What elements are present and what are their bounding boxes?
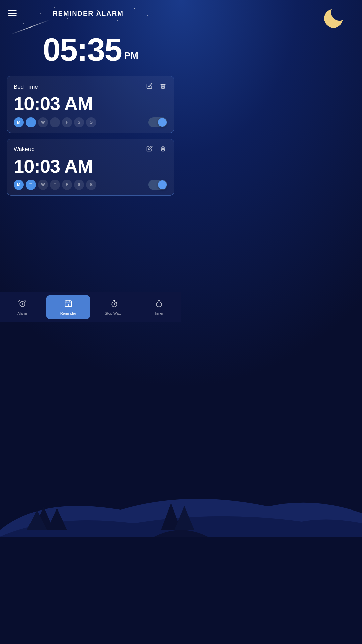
alarm-1-label: Bed Time: [14, 84, 38, 90]
card-2-header: Wakeup: [14, 144, 167, 155]
alarm-1-delete-button[interactable]: [159, 82, 167, 92]
timer-icon: 2: [155, 299, 163, 310]
svg-text:2: 2: [160, 300, 162, 302]
bottom-nav: Alarm Reminder: [0, 292, 181, 322]
alarm-2-day-S2[interactable]: S: [86, 180, 96, 190]
alarm-1-toggle[interactable]: [148, 117, 167, 127]
alarm-1-time: 10:03 AM: [14, 93, 167, 114]
alarm-card-1: Bed Time: [7, 76, 174, 133]
alarm-2-day-W[interactable]: W: [38, 180, 48, 190]
card-2-actions: [145, 144, 167, 155]
header: REMINDER ALARM: [0, 0, 181, 23]
svg-line-17: [116, 302, 117, 302]
alarm-1-toggle-thumb: [158, 118, 167, 127]
nav-item-reminder[interactable]: Reminder: [46, 295, 90, 319]
alarm-2-time: 10:03 AM: [14, 156, 167, 177]
alarm-2-day-F[interactable]: F: [62, 180, 72, 190]
stopwatch-icon: [110, 299, 119, 310]
nav-item-stopwatch[interactable]: Stop Watch: [92, 292, 136, 322]
card-1-actions: [145, 82, 167, 92]
alarm-1-day-S1[interactable]: S: [74, 117, 84, 127]
app-title: REMINDER ALARM: [53, 10, 124, 17]
alarm-1-day-T[interactable]: T: [26, 117, 36, 127]
timer-nav-label: Timer: [154, 311, 164, 315]
stopwatch-nav-label: Stop Watch: [105, 311, 123, 315]
alarm-2-delete-button[interactable]: [159, 144, 167, 155]
alarm-2-day-T[interactable]: T: [26, 180, 36, 190]
alarm-1-edit-button[interactable]: [145, 82, 154, 92]
alarm-1-day-W[interactable]: W: [38, 117, 48, 127]
alarm-cards-container: Bed Time: [0, 72, 181, 292]
card-1-header: Bed Time: [14, 82, 167, 92]
alarm-nav-label: Alarm: [17, 311, 27, 315]
alarm-1-days: M T W T F S S: [14, 117, 96, 127]
card-2-footer: M T W T F S S: [14, 180, 167, 190]
alarm-1-day-F[interactable]: F: [62, 117, 72, 127]
reminder-icon: [64, 299, 73, 310]
clock-display: 05:35 PM: [0, 23, 181, 72]
alarm-2-day-T2[interactable]: T: [50, 180, 60, 190]
nav-item-alarm[interactable]: Alarm: [0, 292, 45, 322]
alarm-2-toggle[interactable]: [148, 180, 167, 190]
alarm-2-day-S1[interactable]: S: [74, 180, 84, 190]
svg-point-13: [68, 305, 68, 305]
menu-button[interactable]: [8, 10, 17, 16]
clock-time: 05:35: [43, 34, 122, 66]
alarm-icon: [18, 299, 27, 310]
alarm-1-day-M[interactable]: M: [14, 117, 24, 127]
alarm-card-2: Wakeup: [7, 139, 174, 196]
alarm-2-day-M[interactable]: M: [14, 180, 24, 190]
alarm-1-day-T2[interactable]: T: [50, 117, 60, 127]
clock-period: PM: [124, 50, 138, 61]
card-1-footer: M T W T F S S: [14, 117, 167, 127]
reminder-nav-label: Reminder: [60, 311, 76, 315]
alarm-2-edit-button[interactable]: [145, 144, 154, 155]
alarm-2-toggle-thumb: [158, 180, 167, 189]
alarm-2-days: M T W T F S S: [14, 180, 96, 190]
alarm-1-day-S2[interactable]: S: [86, 117, 96, 127]
nav-item-timer[interactable]: 2 Timer: [136, 292, 181, 322]
alarm-2-label: Wakeup: [14, 146, 35, 153]
